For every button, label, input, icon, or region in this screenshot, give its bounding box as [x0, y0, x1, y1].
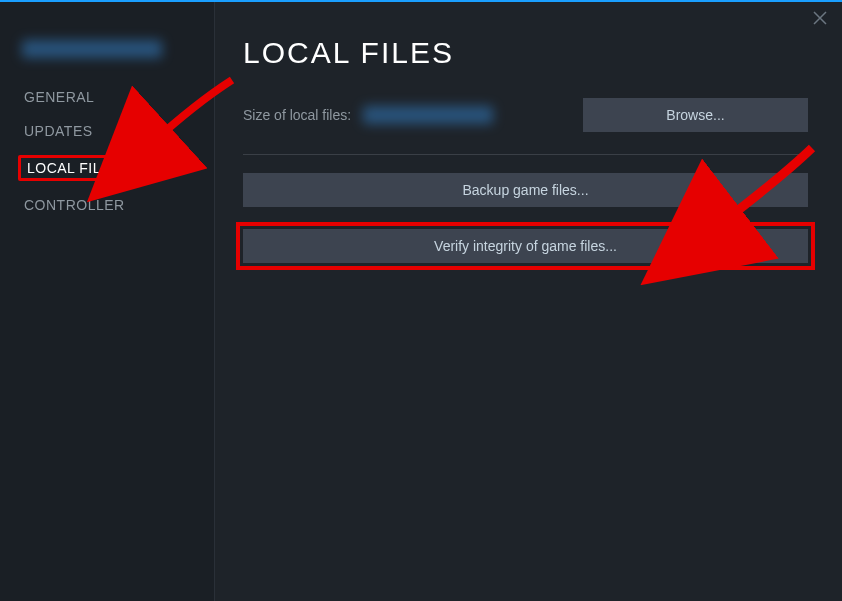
sidebar-item-label: CONTROLLER: [18, 195, 131, 215]
page-title: LOCAL FILES: [243, 36, 808, 70]
sidebar-item-controller[interactable]: CONTROLLER: [0, 188, 214, 222]
sidebar-item-label: UPDATES: [18, 121, 99, 141]
size-value-redacted: [363, 106, 493, 124]
game-title-redacted: [22, 40, 162, 58]
verify-integrity-button[interactable]: Verify integrity of game files...: [243, 229, 808, 263]
divider: [243, 154, 808, 155]
sidebar-item-label: GENERAL: [18, 87, 100, 107]
properties-window: GENERAL UPDATES LOCAL FILES CONTROLLER L…: [0, 0, 842, 601]
browse-button[interactable]: Browse...: [583, 98, 808, 132]
main-panel: LOCAL FILES Size of local files: Browse.…: [215, 0, 842, 601]
sidebar-item-local-files[interactable]: LOCAL FILES: [0, 148, 214, 188]
size-row: Size of local files: Browse...: [243, 98, 808, 132]
size-label: Size of local files:: [243, 107, 351, 123]
sidebar: GENERAL UPDATES LOCAL FILES CONTROLLER: [0, 0, 215, 601]
sidebar-item-label: LOCAL FILES: [18, 155, 130, 181]
sidebar-item-updates[interactable]: UPDATES: [0, 114, 214, 148]
sidebar-item-general[interactable]: GENERAL: [0, 80, 214, 114]
close-icon[interactable]: [812, 10, 828, 26]
backup-button[interactable]: Backup game files...: [243, 173, 808, 207]
